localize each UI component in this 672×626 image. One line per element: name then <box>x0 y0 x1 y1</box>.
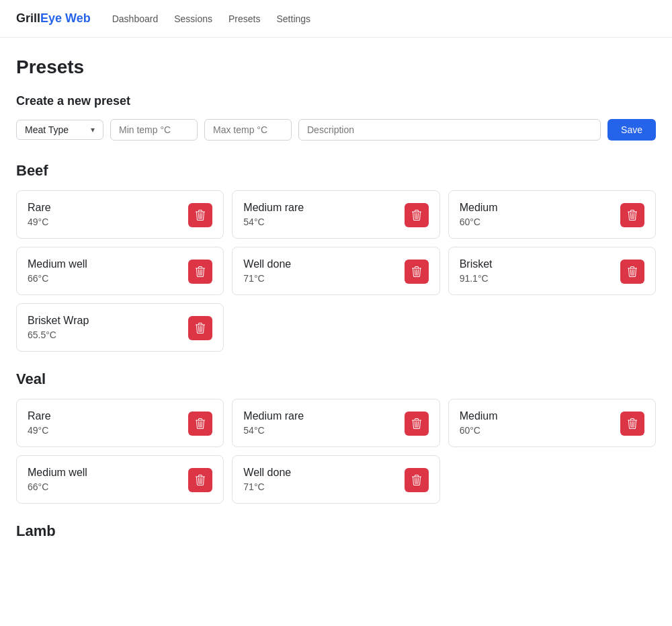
preset-info: Rare49°C <box>28 410 51 436</box>
preset-card: Medium rare54°C <box>232 399 439 447</box>
preset-temp: 54°C <box>243 425 304 436</box>
delete-preset-button[interactable] <box>405 468 429 492</box>
preset-info: Medium rare54°C <box>243 410 304 436</box>
preset-grid: Rare49°CMedium rare54°CMedium60°CMedium … <box>16 399 656 504</box>
preset-temp: 54°C <box>243 217 304 227</box>
description-input[interactable] <box>298 119 601 141</box>
preset-info: Medium60°C <box>460 202 498 227</box>
preset-card: Well done71°C <box>232 455 439 504</box>
categories-container: BeefRare49°CMedium rare54°CMedium60°CMed… <box>16 162 656 540</box>
preset-name: Medium rare <box>243 410 304 422</box>
preset-name: Medium well <box>28 467 87 479</box>
preset-info: Brisket Wrap65.5°C <box>28 315 89 340</box>
preset-info: Brisket91.1°C <box>460 258 493 284</box>
brand-logo: GrillEye Web <box>16 11 91 26</box>
nav-settings[interactable]: Settings <box>277 13 311 24</box>
preset-name: Medium rare <box>243 202 304 214</box>
preset-temp: 60°C <box>460 217 498 227</box>
preset-temp: 49°C <box>28 425 51 436</box>
preset-card: Medium rare54°C <box>232 190 439 239</box>
preset-name: Well done <box>243 467 291 479</box>
meat-type-label: Meat Type <box>25 124 69 135</box>
preset-info: Medium60°C <box>460 410 498 436</box>
nav-presets[interactable]: Presets <box>228 13 260 24</box>
preset-temp: 60°C <box>460 425 498 436</box>
preset-name: Medium <box>460 202 498 214</box>
preset-card: Brisket91.1°C <box>448 247 656 295</box>
preset-grid: Rare49°CMedium rare54°CMedium60°CMedium … <box>16 190 656 352</box>
max-temp-input[interactable] <box>204 119 292 141</box>
preset-temp: 65.5°C <box>28 329 89 340</box>
category-title: Veal <box>16 370 656 388</box>
preset-info: Medium rare54°C <box>243 202 304 227</box>
preset-temp: 66°C <box>28 273 87 284</box>
preset-name: Medium <box>460 410 498 422</box>
delete-preset-button[interactable] <box>405 260 429 284</box>
chevron-down-icon: ▾ <box>91 125 95 134</box>
delete-preset-button[interactable] <box>405 412 429 436</box>
category-title: Lamb <box>16 522 656 540</box>
category-section-veal: VealRare49°CMedium rare54°CMedium60°CMed… <box>16 370 656 504</box>
preset-name: Medium well <box>28 258 87 270</box>
preset-info: Well done71°C <box>243 258 291 284</box>
preset-name: Well done <box>243 258 291 270</box>
preset-info: Well done71°C <box>243 467 291 492</box>
main-content: Presets Create a new preset Meat Type ▾ … <box>0 38 672 578</box>
meat-type-dropdown[interactable]: Meat Type ▾ <box>16 120 103 140</box>
category-section-beef: BeefRare49°CMedium rare54°CMedium60°CMed… <box>16 162 656 352</box>
preset-card: Medium well66°C <box>16 247 224 295</box>
category-title: Beef <box>16 162 656 180</box>
create-section-title: Create a new preset <box>16 94 656 108</box>
delete-preset-button[interactable] <box>405 203 429 227</box>
preset-card: Brisket Wrap65.5°C <box>16 303 224 352</box>
delete-preset-button[interactable] <box>620 203 644 227</box>
preset-card: Medium60°C <box>448 399 656 447</box>
nav-links: Dashboard Sessions Presets Settings <box>112 13 310 24</box>
delete-preset-button[interactable] <box>188 316 212 340</box>
create-preset-form: Meat Type ▾ Save <box>16 119 656 141</box>
preset-name: Brisket <box>460 258 493 270</box>
preset-temp: 91.1°C <box>460 273 493 284</box>
delete-preset-button[interactable] <box>620 412 644 436</box>
delete-preset-button[interactable] <box>188 203 212 227</box>
delete-preset-button[interactable] <box>188 468 212 492</box>
category-section-lamb: Lamb <box>16 522 656 540</box>
preset-info: Medium well66°C <box>28 258 87 284</box>
preset-card: Rare49°C <box>16 399 224 447</box>
nav-dashboard[interactable]: Dashboard <box>112 13 159 24</box>
page-title: Presets <box>16 56 656 78</box>
preset-temp: 71°C <box>243 273 291 284</box>
preset-info: Medium well66°C <box>28 467 87 492</box>
preset-temp: 71°C <box>243 481 291 492</box>
preset-temp: 66°C <box>28 481 87 492</box>
preset-temp: 49°C <box>28 217 51 227</box>
preset-info: Rare49°C <box>28 202 51 227</box>
min-temp-input[interactable] <box>110 119 198 141</box>
preset-name: Brisket Wrap <box>28 315 89 327</box>
delete-preset-button[interactable] <box>188 412 212 436</box>
preset-name: Rare <box>28 410 51 422</box>
preset-card: Rare49°C <box>16 190 224 239</box>
preset-card: Well done71°C <box>232 247 439 295</box>
delete-preset-button[interactable] <box>620 260 644 284</box>
save-button[interactable]: Save <box>607 119 656 141</box>
navbar: GrillEye Web Dashboard Sessions Presets … <box>0 0 672 38</box>
preset-name: Rare <box>28 202 51 214</box>
delete-preset-button[interactable] <box>188 260 212 284</box>
preset-card: Medium60°C <box>448 190 656 239</box>
nav-sessions[interactable]: Sessions <box>174 13 212 24</box>
preset-card: Medium well66°C <box>16 455 224 504</box>
